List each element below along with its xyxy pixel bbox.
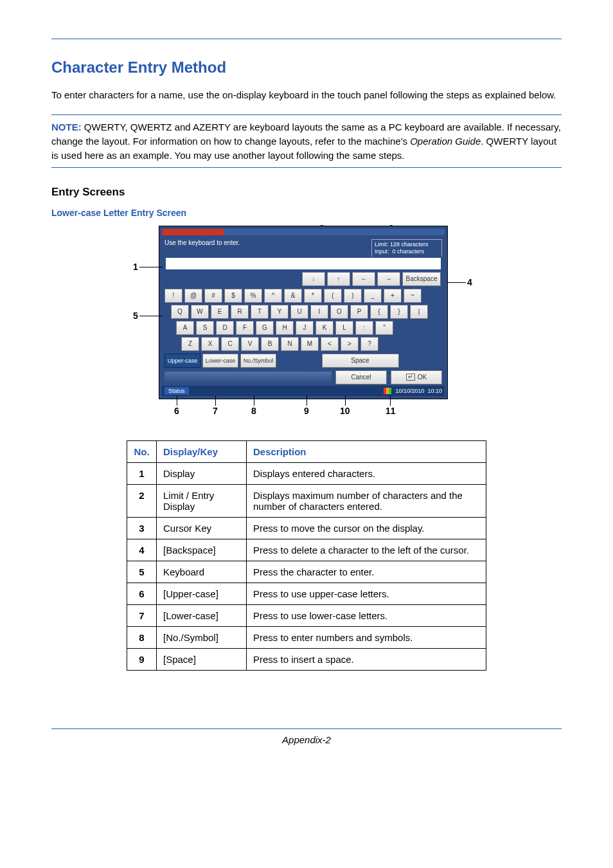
key[interactable]: X — [201, 337, 219, 351]
key[interactable]: & — [284, 289, 302, 303]
tick-10 — [345, 395, 346, 406]
upper-case-button[interactable]: Upper-case — [164, 354, 200, 368]
key[interactable]: W — [191, 305, 209, 319]
key[interactable]: B — [261, 337, 279, 351]
status-label: Status — [164, 387, 189, 395]
status-bar: Status 10/10/2010 10:10 — [162, 386, 445, 396]
cursor-right-button[interactable]: → — [377, 272, 400, 286]
cancel-button[interactable]: Cancel — [335, 370, 387, 384]
input-unit: characters — [397, 248, 424, 255]
ok-button[interactable]: ↵ OK — [391, 370, 442, 384]
key[interactable]: % — [244, 289, 262, 303]
ok-label: OK — [418, 374, 427, 381]
key[interactable]: H — [276, 321, 294, 335]
callout-11: 11 — [386, 406, 396, 416]
cursor-down-button[interactable]: ↓ — [302, 272, 325, 286]
pbar-blue — [224, 229, 445, 235]
table-row: 6[Upper-case]Press to use upper-case let… — [127, 583, 486, 604]
key[interactable]: N — [281, 337, 299, 351]
key[interactable]: < — [321, 337, 339, 351]
key[interactable]: ! — [164, 289, 182, 303]
key[interactable]: M — [301, 337, 319, 351]
status-time: 10:10 — [427, 388, 442, 394]
key[interactable]: T — [251, 305, 269, 319]
limit-value: 128 — [390, 241, 400, 248]
key[interactable]: ? — [360, 337, 378, 351]
key[interactable]: ( — [324, 289, 342, 303]
key[interactable]: R — [231, 305, 249, 319]
key[interactable]: | — [410, 305, 428, 319]
key[interactable]: J — [296, 321, 314, 335]
page-footer: Appendix-2 — [51, 734, 562, 745]
key[interactable]: S — [196, 321, 214, 335]
space-button[interactable]: Space — [322, 354, 399, 368]
key[interactable]: $ — [224, 289, 242, 303]
key[interactable]: > — [341, 337, 359, 351]
tick-5 — [139, 316, 163, 316]
key[interactable]: D — [216, 321, 234, 335]
key[interactable]: ~ — [404, 289, 422, 303]
callout-10: 10 — [340, 406, 350, 416]
key[interactable]: Y — [271, 305, 289, 319]
no-symbol-button[interactable]: No./Symbol — [240, 354, 276, 368]
entry-screens-heading: Entry Screens — [51, 186, 562, 199]
key[interactable]: C — [221, 337, 239, 351]
note-italic: Operation Guide — [410, 136, 481, 147]
key[interactable]: I — [310, 305, 328, 319]
cursor-left-button[interactable]: ← — [352, 272, 375, 286]
input-label: Input: — [375, 248, 389, 255]
intro-text: To enter characters for a name, use the … — [51, 88, 562, 102]
key[interactable]: A — [176, 321, 194, 335]
key[interactable]: K — [315, 321, 333, 335]
key[interactable]: Z — [181, 337, 199, 351]
instruction-text: Use the keyboard to enter. — [164, 239, 240, 246]
key[interactable]: F — [236, 321, 254, 335]
key[interactable]: E — [211, 305, 229, 319]
key[interactable]: G — [256, 321, 274, 335]
key-row-3: A S D F G H J K L : " — [176, 321, 442, 335]
th-no: No. — [127, 440, 157, 462]
progress-bar — [162, 229, 445, 235]
key[interactable]: U — [290, 305, 308, 319]
key[interactable]: ^ — [264, 289, 282, 303]
note-block: NOTE: QWERTY, QWERTZ and AZERTY are keyb… — [51, 114, 562, 168]
th-key: Display/Key — [157, 440, 247, 462]
touch-panel: Use the keyboard to enter. Limit: 128 ch… — [159, 226, 448, 399]
enter-icon: ↵ — [406, 374, 415, 381]
key[interactable]: + — [384, 289, 402, 303]
callout-8: 8 — [251, 406, 256, 416]
cursor-up-button[interactable]: ↑ — [327, 272, 350, 286]
tick-7 — [215, 395, 216, 406]
key[interactable]: " — [375, 321, 393, 335]
cursor-key-row: ↓ ↑ ← → Backspace — [166, 272, 441, 286]
key[interactable]: L — [335, 321, 353, 335]
callout-7: 7 — [213, 406, 218, 416]
lower-case-button[interactable]: Lower-case — [202, 354, 238, 368]
key[interactable]: Q — [171, 305, 189, 319]
callout-6: 6 — [174, 406, 179, 416]
note-label: NOTE: — [51, 122, 82, 132]
mode-row: Upper-case Lower-case No./Symbol Space — [164, 354, 442, 368]
key[interactable]: O — [330, 305, 348, 319]
key[interactable]: : — [355, 321, 373, 335]
page-title: Character Entry Method — [51, 59, 562, 77]
key-row-2: Q W E R T Y U I O P { } | — [171, 305, 442, 319]
key[interactable]: * — [304, 289, 322, 303]
key[interactable]: ) — [344, 289, 362, 303]
table-row: 1DisplayDisplays entered characters. — [127, 462, 486, 484]
key[interactable]: V — [241, 337, 259, 351]
key[interactable]: @ — [184, 289, 202, 303]
entry-display[interactable] — [166, 258, 441, 269]
status-date: 10/10/2010 — [395, 388, 424, 394]
lower-case-subheading: Lower-case Letter Entry Screen — [51, 208, 562, 218]
key[interactable]: # — [204, 289, 222, 303]
key[interactable]: _ — [364, 289, 382, 303]
backspace-button[interactable]: Backspace — [402, 272, 441, 286]
key[interactable]: P — [350, 305, 368, 319]
limit-unit: characters — [402, 241, 429, 248]
tick-1 — [139, 267, 163, 267]
tick-11 — [390, 395, 391, 406]
key-row-4: Z X C V B N M < > ? — [181, 337, 442, 351]
key[interactable]: } — [390, 305, 408, 319]
key[interactable]: { — [370, 305, 388, 319]
